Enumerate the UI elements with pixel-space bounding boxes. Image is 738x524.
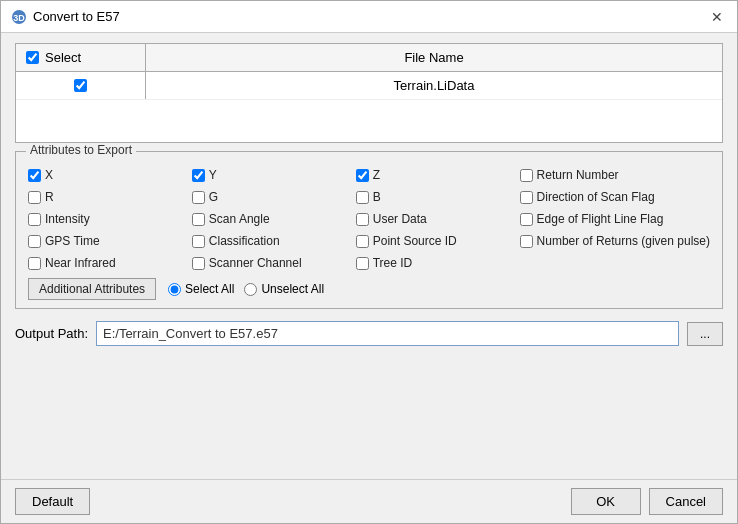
attr-checkbox-direction-scan[interactable] <box>520 191 533 204</box>
browse-button[interactable]: ... <box>687 322 723 346</box>
attr-item-y: Y <box>192 166 356 184</box>
attr-label-g: G <box>209 190 218 204</box>
cancel-button[interactable]: Cancel <box>649 488 723 515</box>
attr-label-point-source: Point Source ID <box>373 234 457 248</box>
attr-label-gps-time: GPS Time <box>45 234 100 248</box>
attr-item-classification: Classification <box>192 232 356 250</box>
file-table: Select File Name Terrain.LiData <box>15 43 723 143</box>
attr-label-tree-id: Tree ID <box>373 256 413 270</box>
attr-label-z: Z <box>373 168 380 182</box>
attr-item-g: G <box>192 188 356 206</box>
attr-checkbox-y[interactable] <box>192 169 205 182</box>
attributes-grid: X Y Z Return Number R <box>28 166 710 272</box>
radio-item-unselect-all: Unselect All <box>244 282 324 296</box>
attr-item-return-number: Return Number <box>520 166 710 184</box>
radio-group: Select All Unselect All <box>168 282 324 296</box>
attr-item-edge-flight: Edge of Flight Line Flag <box>520 210 710 228</box>
output-path-row: Output Path: ... <box>15 317 723 350</box>
attr-item-x: X <box>28 166 192 184</box>
attr-checkbox-z[interactable] <box>356 169 369 182</box>
main-content: Select File Name Terrain.LiData Attribut… <box>1 33 737 479</box>
table-row: Terrain.LiData <box>16 72 722 100</box>
radio-label-unselect-all: Unselect All <box>261 282 324 296</box>
attr-checkbox-return-number[interactable] <box>520 169 533 182</box>
attr-label-user-data: User Data <box>373 212 427 226</box>
attr-item-point-source: Point Source ID <box>356 232 520 250</box>
attr-item-b: B <box>356 188 520 206</box>
attr-item-scanner-channel: Scanner Channel <box>192 254 356 272</box>
additional-attributes-button[interactable]: Additional Attributes <box>28 278 156 300</box>
attr-item-num-returns: Number of Returns (given pulse) <box>520 232 710 250</box>
attr-item-direction-scan: Direction of Scan Flag <box>520 188 710 206</box>
attr-item-gps-time: GPS Time <box>28 232 192 250</box>
svg-text:3D: 3D <box>13 13 25 23</box>
attr-checkbox-user-data[interactable] <box>356 213 369 226</box>
radio-item-select-all: Select All <box>168 282 234 296</box>
attr-label-edge-flight: Edge of Flight Line Flag <box>537 212 664 226</box>
attr-label-direction-scan: Direction of Scan Flag <box>537 190 655 204</box>
row-select-cell <box>16 72 146 99</box>
attr-label-near-infrared: Near Infrared <box>45 256 116 270</box>
attr-label-scan-angle: Scan Angle <box>209 212 270 226</box>
window-title: Convert to E57 <box>33 9 120 24</box>
main-window: 3D Convert to E57 ✕ Select File Name Ter… <box>0 0 738 524</box>
attr-checkbox-g[interactable] <box>192 191 205 204</box>
attr-checkbox-b[interactable] <box>356 191 369 204</box>
attributes-group: Attributes to Export X Y Z Return Num <box>15 151 723 309</box>
output-path-input[interactable] <box>96 321 679 346</box>
attr-item-z: Z <box>356 166 520 184</box>
attr-checkbox-classification[interactable] <box>192 235 205 248</box>
attr-label-return-number: Return Number <box>537 168 619 182</box>
attr-actions: Additional Attributes Select All Unselec… <box>28 278 710 300</box>
title-bar-left: 3D Convert to E57 <box>11 9 120 25</box>
close-button[interactable]: ✕ <box>707 7 727 27</box>
default-button[interactable]: Default <box>15 488 90 515</box>
attr-item-near-infrared: Near Infrared <box>28 254 192 272</box>
row-filename-cell: Terrain.LiData <box>146 72 722 99</box>
attr-checkbox-intensity[interactable] <box>28 213 41 226</box>
attr-checkbox-scanner-channel[interactable] <box>192 257 205 270</box>
right-buttons: OK Cancel <box>571 488 723 515</box>
output-path-label: Output Path: <box>15 326 88 341</box>
attr-label-r: R <box>45 190 54 204</box>
app-icon: 3D <box>11 9 27 25</box>
col-filename-header: File Name <box>146 44 722 71</box>
attr-item-user-data: User Data <box>356 210 520 228</box>
ok-button[interactable]: OK <box>571 488 641 515</box>
attr-checkbox-scan-angle[interactable] <box>192 213 205 226</box>
row-checkbox[interactable] <box>74 79 87 92</box>
bottom-bar: Default OK Cancel <box>1 479 737 523</box>
attr-label-scanner-channel: Scanner Channel <box>209 256 302 270</box>
attr-label-b: B <box>373 190 381 204</box>
attr-item-intensity: Intensity <box>28 210 192 228</box>
attr-checkbox-r[interactable] <box>28 191 41 204</box>
attr-item-scan-angle: Scan Angle <box>192 210 356 228</box>
attr-label-x: X <box>45 168 53 182</box>
attr-item-r: R <box>28 188 192 206</box>
attributes-group-legend: Attributes to Export <box>26 143 136 157</box>
attr-checkbox-near-infrared[interactable] <box>28 257 41 270</box>
col-select-header: Select <box>16 44 146 71</box>
attr-label-intensity: Intensity <box>45 212 90 226</box>
select-all-checkbox[interactable] <box>26 51 39 64</box>
file-table-header: Select File Name <box>16 44 722 72</box>
attr-checkbox-x[interactable] <box>28 169 41 182</box>
attr-checkbox-gps-time[interactable] <box>28 235 41 248</box>
attr-checkbox-point-source[interactable] <box>356 235 369 248</box>
col-select-label: Select <box>45 50 81 65</box>
radio-label-select-all: Select All <box>185 282 234 296</box>
title-bar: 3D Convert to E57 ✕ <box>1 1 737 33</box>
radio-select-all[interactable] <box>168 283 181 296</box>
attr-item-tree-id: Tree ID <box>356 254 520 272</box>
attr-label-classification: Classification <box>209 234 280 248</box>
attr-empty-cell <box>520 254 710 272</box>
attr-label-y: Y <box>209 168 217 182</box>
attr-checkbox-edge-flight[interactable] <box>520 213 533 226</box>
attr-checkbox-tree-id[interactable] <box>356 257 369 270</box>
radio-unselect-all[interactable] <box>244 283 257 296</box>
attr-label-num-returns: Number of Returns (given pulse) <box>537 234 710 248</box>
attr-checkbox-num-returns[interactable] <box>520 235 533 248</box>
